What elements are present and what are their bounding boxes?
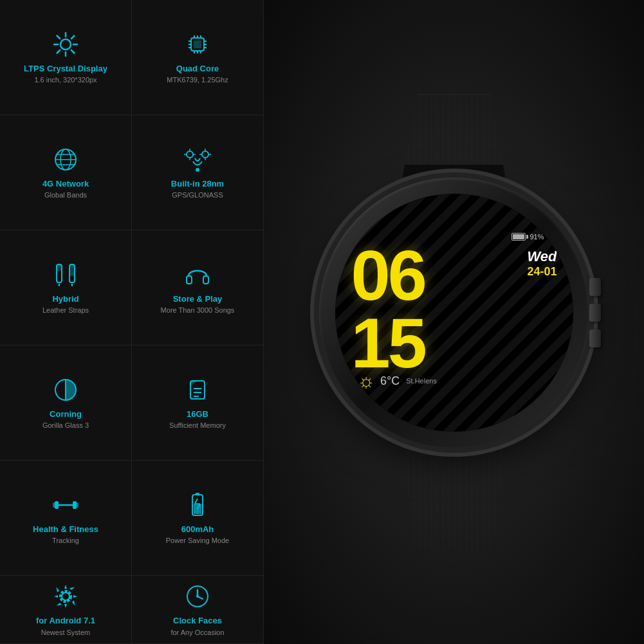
circle-half-icon [51,376,80,404]
feature-health: Health & Fitness Tracking [0,461,132,576]
svg-line-6 [71,50,75,53]
watch-container: 91% 06 15 Wed 24-01 [287,33,621,612]
feature-grid: LTPS Crystal Display 1.6 inch, 320*320px… [0,0,264,644]
svg-point-34 [202,151,208,158]
svg-rect-10 [194,41,201,48]
time-row: 06 15 Wed 24-01 [351,242,557,376]
gps-icon [183,145,212,174]
feature-clock: Clock Faces for Any Occasion [132,576,264,644]
quad-sub: MTK6739, 1.25Ghz [167,75,228,84]
battery-indicator [511,233,526,241]
svg-line-8 [57,50,60,53]
gps-title: Built-in 28nm [171,179,224,189]
crown-btn-2 [589,304,601,322]
hybrid-title: Hybrid [52,294,78,304]
health-sub: Tracking [52,536,79,545]
svg-rect-43 [69,264,75,276]
svg-rect-47 [203,276,208,284]
ltps-title: LTPS Crystal Display [24,64,107,74]
weather-sun-icon: ☼ [358,370,376,392]
clock-icon [183,582,212,611]
battery-icon [183,491,212,519]
crown-btn-1 [589,278,601,296]
crown-btn-3 [589,329,601,347]
date-day: Wed [527,248,557,265]
feature-hybrid: Hybrid Leather Straps [0,230,132,345]
time-hours: 06 [351,242,425,309]
sdcard-icon [183,376,212,404]
600mah-title: 600mAh [181,524,214,535]
feature-android: for Android 7.1 Newest System [0,576,132,644]
watch-strap-bottom [403,448,506,551]
svg-rect-29 [187,153,192,156]
watch-display: 91% 06 15 Wed 24-01 [264,0,644,644]
health-title: Health & Fitness [33,524,98,535]
watch-face-content: 91% 06 15 Wed 24-01 [335,220,573,405]
4g-title: 4G Network [42,179,89,189]
battery-percentage: 91% [529,233,544,241]
svg-rect-57 [53,502,56,508]
svg-point-65 [62,593,69,600]
svg-point-39 [196,168,199,172]
gear-icon [51,582,80,611]
watch-case: 91% 06 15 Wed 24-01 [319,178,589,448]
feature-corning: Corning Gorilla Glass 3 [0,345,132,461]
clock-title: Clock Faces [173,616,222,626]
globe-icon [51,145,80,174]
corning-sub: Gorilla Glass 3 [42,421,89,430]
clock-sub: for Any Occasion [170,628,224,637]
600mah-sub: Power Saving Mode [166,536,229,545]
dumbbell-icon [51,491,80,519]
sun-icon [51,30,80,59]
android-sub: Newest System [41,628,90,637]
svg-rect-41 [57,264,62,271]
watch-strap-top [403,94,506,178]
date-number: 24-01 [527,265,557,279]
store-title: Store & Play [173,294,223,304]
feature-4g: 4G Network Global Bands [0,115,132,230]
svg-rect-46 [187,276,192,284]
svg-rect-58 [75,502,78,508]
ltps-sub: 1.6 inch, 320*320px [34,75,97,84]
svg-line-62 [195,499,198,504]
feature-600mah: 600mAh Power Saving Mode [132,461,264,576]
4g-sub: Global Bands [44,190,87,199]
16gb-title: 16GB [187,409,208,419]
watch-face: 91% 06 15 Wed 24-01 [335,194,573,432]
tube-icon [51,261,80,289]
battery-fill [513,234,524,239]
android-title: for Android 7.1 [36,616,95,626]
feature-gps: Built-in 28nm GPS/GLONASS [132,115,264,230]
feature-16gb: 16GB Sufficient Memory [132,345,264,461]
svg-point-70 [196,595,199,598]
date-block: Wed 24-01 [527,242,557,279]
headphone-icon [183,261,212,289]
chip-icon [183,30,212,59]
corning-title: Corning [50,409,82,419]
crown-buttons [589,278,601,347]
svg-rect-60 [196,493,199,495]
weather-temp: 6°C [380,374,400,388]
svg-line-5 [57,35,60,39]
feature-quad: Quad Core MTK6739, 1.25Ghz [132,0,264,115]
time-display: 06 15 [351,242,425,376]
svg-point-28 [187,151,193,158]
feature-ltps: LTPS Crystal Display 1.6 inch, 320*320px [0,0,132,115]
weather-location: St.Helens [406,377,437,385]
time-minutes: 15 [351,309,425,377]
quad-title: Quad Core [176,64,219,74]
hybrid-sub: Leather Straps [42,306,89,315]
feature-store: Store & Play More Than 3000 Songs [132,230,264,345]
store-sub: More Than 3000 Songs [161,306,235,315]
svg-line-7 [71,35,75,39]
gps-sub: GPS/GLONASS [172,190,223,199]
16gb-sub: Sufficient Memory [169,421,226,430]
svg-point-0 [60,39,71,50]
